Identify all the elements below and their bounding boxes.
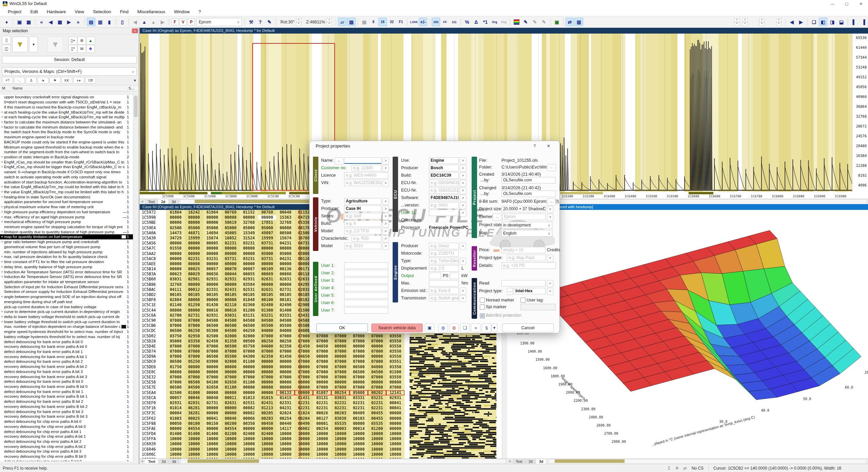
hex-cell[interactable]: 07000 [313,385,331,390]
hex-cell[interactable]: 45005 [221,231,240,236]
hex-cell[interactable]: 02931 [203,313,221,318]
hex-cell[interactable]: 10000 [350,431,368,436]
hex-cell[interactable]: 07000 [313,349,331,354]
hex-cell[interactable]: 10000 [350,436,368,441]
lohi-hilo-button[interactable]: LOHI [410,18,418,26]
hex-cell[interactable]: 10000 [185,452,203,457]
hex-cell[interactable]: 04500 [203,318,221,323]
zoom-level-label-spinner[interactable]: ▲▼ [327,18,332,26]
hex-cell[interactable]: 06500 [203,354,221,359]
output-kw-field[interactable] [450,273,459,279]
hex-cell[interactable]: 10000 [276,431,295,436]
hex-cell[interactable]: 10000 [313,436,331,441]
hex-cell[interactable]: 00023 [166,272,185,277]
hex-cell[interactable]: 07000 [276,349,295,354]
hex-cell[interactable]: 00066 [240,416,258,421]
menu-window[interactable]: Window [170,7,194,16]
hex-cell[interactable]: 07000 [295,370,313,375]
hex-cell[interactable]: 00500 [240,339,258,344]
map-list-item[interactable]: application parameter for intake air tem… [0,279,134,284]
more-options-icon[interactable]: » [471,323,480,332]
created-by-field[interactable]: OLSecufile.com [501,177,556,183]
dialog-title-bar[interactable]: Project properties [310,141,559,151]
hex-cell[interactable]: 00016 [221,308,240,313]
project-state-select[interactable]: in development [501,222,552,229]
hex-cell[interactable]: 02480 [258,302,276,308]
hex-cell[interactable]: 10000 [221,447,240,452]
hex-cell[interactable]: 07000 [350,375,368,380]
close-button[interactable]: ✕ [854,0,868,7]
hex-cell[interactable]: 04500 [221,328,240,333]
map-list-item[interactable]: defect debouncing for chip error paths A… [0,419,134,424]
hex-cell[interactable]: 02450 [203,339,221,344]
map-list-item[interactable]: battery voltage hysteresis threshold for… [0,334,134,339]
motorcode-field[interactable]: e.g. Z19DTH [429,250,459,257]
hex-cell[interactable]: 00000 [276,261,295,267]
hex-cell[interactable]: 00046 [185,395,203,400]
hex-cell[interactable]: 00000 [221,282,240,287]
hex-cell[interactable]: 10000 [313,452,331,457]
vehicle-producer-arrow[interactable] [382,205,389,213]
hex-cell[interactable]: 00000 [185,220,203,225]
hex-cell[interactable]: 00440 [276,421,295,426]
hex-cell[interactable]: 07000 [166,323,185,328]
hex-cell[interactable]: 02000 [221,359,240,364]
hex-cell[interactable]: 00000 [240,246,258,251]
hex-cell[interactable]: 03231 [258,313,276,318]
hex-cell[interactable]: 07000 [203,375,221,380]
panel-close-icon[interactable]: x [132,28,138,33]
hex-cell[interactable]: 07000 [331,385,350,390]
hex-cell[interactable]: 01450 [276,354,295,359]
compare-window-icon[interactable]: ▦ [24,18,33,26]
hex-cell[interactable]: 02110 [221,302,240,308]
hex-cell[interactable]: 00000 [203,220,221,225]
hex-cell[interactable]: 04500 [221,318,240,323]
hex-cell[interactable]: 03584 [240,282,258,287]
read-field[interactable] [501,280,546,287]
map-list-item[interactable]: engine speed hysteresis threshold for to… [0,329,134,334]
hex-cell[interactable]: 02231 [331,406,350,411]
hex-cell[interactable]: 01750 [166,365,185,370]
map-list-item[interactable]: defect debouncing for bank error paths A… [0,349,134,354]
hex-cell[interactable]: 07000 [313,370,331,375]
model-field[interactable]: e.g. 2.0 TFSI [344,228,381,234]
map-list-item[interactable]: minimum engine speed for stopping calcul… [0,224,134,230]
view-2d-button[interactable]: ▱ [338,18,347,26]
tab-2d[interactable]: 2d [159,459,169,464]
hex-cell[interactable]: 00000 [386,426,405,431]
hex-cell[interactable]: 00250 [276,339,295,344]
hex-cell[interactable]: 15674 [276,236,295,241]
dialog-close-button[interactable]: ✕ [542,142,555,151]
hex-cell[interactable]: 04600 [258,344,276,349]
hex-cell[interactable]: 05000 [240,225,258,231]
hex-cell[interactable]: 07000 [295,359,313,364]
grid-disabled-button[interactable]: ▦ [360,18,369,26]
hex-cell[interactable]: 00000 [276,365,295,370]
hex-cell[interactable]: 10000 [350,447,368,452]
hex-cell[interactable]: 03331 [276,313,295,318]
vehicle-type-arrow[interactable] [382,198,389,205]
hex-cell[interactable]: 15363 [276,215,295,220]
hex-cell[interactable]: 05000 [258,225,276,231]
hex-cell[interactable]: 16242 [185,210,203,215]
tab-3d[interactable]: 3d [536,459,547,464]
hex-cell[interactable]: 00055 [240,272,258,277]
width-8-button[interactable]: 8 [369,18,378,26]
legal-icon[interactable]: § [482,323,491,332]
hex-cell[interactable]: 10000 [185,447,203,452]
hex-cell[interactable]: 00000 [203,251,221,256]
hex-cell[interactable]: 07000 [331,334,350,339]
hex-cell[interactable]: 02650 [203,385,221,390]
hex-cell[interactable]: 00000 [185,246,203,251]
session-label[interactable]: Session: Default [2,56,137,63]
hex-cell[interactable]: 00003 [331,426,350,431]
hex-cell[interactable]: 02400 [240,431,258,436]
nav-last-button[interactable]: » [74,18,82,26]
hex-cell[interactable]: 10000 [350,441,368,447]
hex-cell[interactable]: 10000 [368,431,386,436]
name-arrow-button[interactable] [382,157,389,164]
hex-cell[interactable]: 01213 [258,406,276,411]
user-tag-checkbox[interactable] [520,298,526,303]
hex-cell[interactable]: 04650 [313,344,331,349]
hex-cell[interactable]: 00000 [203,261,221,267]
